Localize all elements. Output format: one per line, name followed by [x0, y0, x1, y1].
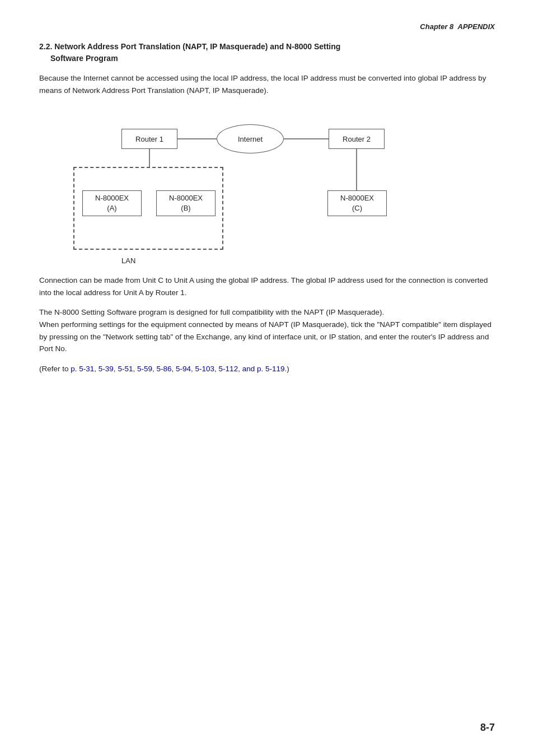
nex-b-label: N-8000EX(B) — [169, 193, 203, 213]
internet-label: Internet — [238, 135, 263, 143]
diagram-inner: Router 1 Internet Router 2 N-8000EX(A) N… — [65, 112, 469, 269]
refer-prefix: (Refer to — [39, 365, 71, 373]
section-title-line2: Software Program — [39, 53, 495, 64]
refer-link-4[interactable]: 5-59 — [137, 365, 152, 373]
router1-box: Router 1 — [121, 129, 177, 149]
refer-link-1[interactable]: p. 5-31 — [71, 365, 94, 373]
nex-c-box: N-8000EX(C) — [327, 190, 387, 216]
page-number: 8-7 — [480, 722, 495, 734]
refer-link-5[interactable]: 5-86 — [156, 365, 171, 373]
section-title-line1: 2.2. Network Address Port Translation (N… — [39, 42, 340, 51]
chapter-header: Chapter 8 APPENDIX — [39, 22, 495, 31]
section-title: 2.2. Network Address Port Translation (N… — [39, 41, 495, 64]
lan-label: LAN — [121, 256, 135, 265]
refer-link-8[interactable]: 5-112 — [219, 365, 238, 373]
body-text-3: The N-8000 Setting Software program is d… — [39, 306, 495, 354]
router2-box: Router 2 — [329, 129, 385, 149]
network-diagram: Router 1 Internet Router 2 N-8000EX(A) N… — [39, 112, 495, 269]
internet-oval: Internet — [217, 124, 284, 153]
body-text-1: Because the Internet cannot be accessed … — [39, 72, 495, 96]
router1-label: Router 1 — [135, 135, 163, 143]
refer-link-3[interactable]: 5-51 — [118, 365, 133, 373]
body3-line1: The N-8000 Setting Software program is d… — [39, 308, 384, 316]
nex-b-box: N-8000EX(B) — [156, 190, 216, 216]
refer-link-7[interactable]: 5-103 — [195, 365, 215, 373]
body-text-2: Connection can be made from Unit C to Un… — [39, 274, 495, 298]
appendix-label: APPENDIX — [458, 22, 495, 31]
chapter-label: Chapter 8 — [420, 22, 453, 31]
refer-link-2[interactable]: 5-39 — [99, 365, 114, 373]
refer-suffix: .) — [284, 365, 289, 373]
nex-a-box: N-8000EX(A) — [82, 190, 142, 216]
nex-c-label: N-8000EX(C) — [340, 193, 374, 213]
refer-link-6[interactable]: 5-94 — [176, 365, 191, 373]
nex-a-label: N-8000EX(A) — [95, 193, 129, 213]
router2-label: Router 2 — [343, 135, 371, 143]
refer-paragraph: (Refer to p. 5-31, 5-39, 5-51, 5-59, 5-8… — [39, 363, 495, 375]
refer-link-9[interactable]: and p. 5-119 — [242, 365, 285, 373]
body3-line2: When performing settings for the equipme… — [39, 320, 491, 353]
